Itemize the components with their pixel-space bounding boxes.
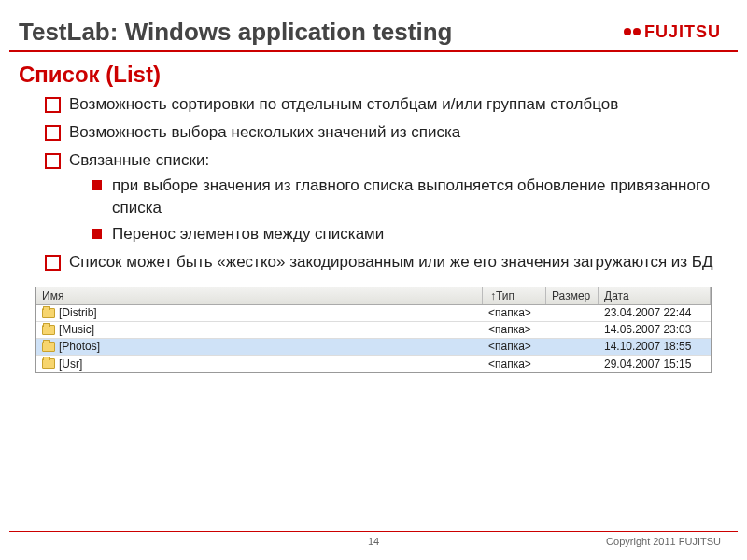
cell-size — [546, 329, 599, 330]
col-header-type-label: ↑Тип — [490, 289, 514, 302]
sub-bullet-item: при выборе значения из главного списка в… — [92, 175, 721, 219]
list-header[interactable]: Имя ↑Тип Размер Дата — [36, 287, 711, 305]
folder-icon — [42, 342, 55, 352]
cell-type: <папка> — [483, 305, 546, 320]
cell-name: [Photos] — [59, 340, 100, 353]
cell-type: <папка> — [483, 357, 546, 371]
cell-name: [Usr] — [59, 357, 82, 371]
col-header-name[interactable]: Имя — [36, 287, 483, 304]
cell-date: 14.10.2007 18:55 — [599, 339, 711, 354]
folder-icon — [42, 358, 55, 369]
bullet-item: Возможность выбора нескольких значений и… — [45, 121, 721, 144]
bullet-item: Связанные списки: при выборе значения из… — [45, 149, 721, 245]
col-header-type[interactable]: ↑Тип — [483, 287, 546, 304]
brand-text: FUJITSU — [644, 22, 721, 42]
file-list-view[interactable]: Имя ↑Тип Размер Дата [Distrib] <папка> 2… — [35, 287, 712, 373]
sub-bullet-text: при выборе значения из главного списка в… — [112, 176, 710, 217]
sub-bullet-list: при выборе значения из главного списка в… — [69, 175, 721, 245]
sub-bullet-text: Перенос элементов между списками — [112, 225, 384, 243]
col-header-date[interactable]: Дата — [599, 287, 711, 304]
cell-type: <папка> — [483, 339, 546, 354]
copyright-text: Copyright 2011 FUJITSU — [606, 536, 721, 547]
footer: 14 Copyright 2011 FUJITSU — [9, 531, 738, 547]
content: Возможность сортировки по отдельным стол… — [9, 93, 738, 273]
cell-name: [Distrib] — [59, 306, 97, 319]
brand-logo: FUJITSU — [624, 22, 721, 42]
cell-date: 23.04.2007 22:44 — [599, 305, 711, 320]
folder-icon — [42, 308, 55, 318]
cell-size — [546, 345, 599, 347]
page-number: 14 — [368, 536, 379, 547]
sub-bullet-item: Перенос элементов между списками — [92, 223, 721, 245]
bullet-list: Возможность сортировки по отдельным стол… — [45, 93, 721, 273]
col-header-size[interactable]: Размер — [546, 287, 599, 304]
cell-date: 14.06.2007 23:03 — [599, 322, 711, 337]
cell-name: [Music] — [59, 323, 94, 336]
bullet-text: Возможность выбора нескольких значений и… — [69, 123, 460, 141]
folder-icon — [42, 325, 55, 335]
cell-size — [546, 363, 599, 365]
cell-size — [546, 312, 599, 314]
bullet-item: Возможность сортировки по отдельным стол… — [45, 93, 721, 116]
cell-type: <папка> — [483, 322, 546, 337]
cell-date: 29.04.2007 15:15 — [599, 357, 711, 371]
bullet-text: Связанные списки: — [69, 151, 209, 169]
list-row[interactable]: [Distrib] <папка> 23.04.2007 22:44 — [36, 305, 711, 322]
list-row[interactable]: [Music] <папка> 14.06.2007 23:03 — [36, 322, 711, 339]
header: TestLab: Windows application testing FUJ… — [9, 9, 738, 52]
page-title: TestLab: Windows application testing — [19, 18, 452, 47]
bullet-text: Возможность сортировки по отдельным стол… — [69, 95, 618, 113]
bullet-text: Список может быть «жестко» закодированны… — [69, 253, 713, 271]
subtitle: Список (List) — [9, 52, 738, 93]
fujitsu-mark-icon — [624, 23, 641, 40]
list-row[interactable]: [Usr] <папка> 29.04.2007 15:15 — [36, 356, 711, 372]
list-row[interactable]: [Photos] <папка> 14.10.2007 18:55 — [36, 339, 711, 356]
slide: TestLab: Windows application testing FUJ… — [9, 9, 738, 551]
bullet-item: Список может быть «жестко» закодированны… — [45, 251, 721, 273]
